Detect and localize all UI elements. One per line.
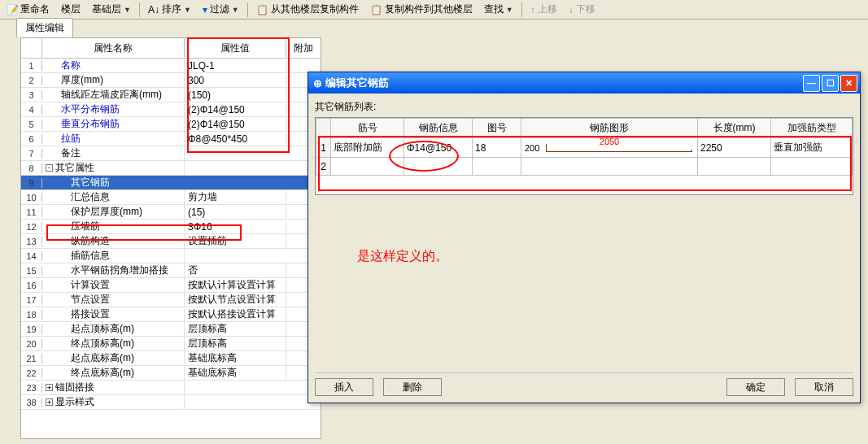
row-number: 9	[21, 178, 42, 188]
property-value[interactable]: 按默认计算设置计算	[185, 278, 286, 292]
property-value[interactable]: (150)	[185, 89, 286, 101]
property-name: 起点底标高(m)	[42, 351, 185, 365]
copyfrom-label: 从其他楼层复制构件	[271, 2, 359, 16]
property-name: 节点设置	[42, 293, 185, 307]
rename-button[interactable]: 📝重命名	[3, 1, 53, 18]
property-row-2[interactable]: 2厚度(mm)300	[21, 73, 321, 88]
property-name: 计算设置	[42, 278, 185, 292]
property-row-10[interactable]: 10汇总信息剪力墙	[21, 190, 321, 205]
find-label: 查找	[484, 2, 504, 16]
row-number: 12	[21, 222, 42, 232]
property-row-4[interactable]: 4水平分布钢筋(2)Φ14@150	[21, 102, 321, 117]
chevron-down-icon: ▼	[232, 6, 239, 14]
property-row-7[interactable]: 7备注	[21, 146, 321, 161]
minimize-button[interactable]: —	[803, 75, 820, 92]
grid-row-2[interactable]: 2	[316, 158, 853, 176]
property-value[interactable]: 否	[185, 263, 286, 277]
property-value[interactable]: 基础底标高	[185, 366, 286, 380]
find-button[interactable]: 查找▼	[481, 1, 517, 18]
property-value[interactable]: 3Φ16	[185, 221, 286, 233]
property-value[interactable]: (2)Φ14@150	[185, 119, 286, 130]
cell-diagno[interactable]: 18	[473, 138, 521, 158]
grid-row-1[interactable]: 1 底部附加筋 Φ14@150 18 200 2050 2250 垂直加强筋	[316, 138, 853, 158]
sort-label: 排序	[162, 2, 181, 16]
property-row-9[interactable]: 9其它钢筋	[21, 176, 321, 190]
list-label: 其它钢筋列表:	[315, 100, 853, 114]
basefloor-dropdown[interactable]: 基础层▼	[89, 1, 134, 18]
property-row-1[interactable]: 1名称JLQ-1	[21, 59, 321, 73]
row-number: 6	[21, 134, 42, 144]
annotation-note: 是这样定义的。	[357, 248, 448, 265]
property-row-14[interactable]: 14插筋信息	[21, 249, 321, 263]
property-value[interactable]: 剪力墙	[185, 190, 286, 204]
tab-property-edit[interactable]: 属性编辑	[16, 18, 73, 37]
property-value[interactable]: 基础底标高	[185, 351, 286, 365]
rebar-grid[interactable]: 筋号 钢筋信息 图号 钢筋图形 长度(mm) 加强筋类型 1 底部附加筋 Φ14…	[315, 117, 853, 195]
property-value[interactable]: (15)	[185, 207, 286, 218]
row-number: 7	[21, 149, 42, 159]
property-value[interactable]: 300	[185, 75, 286, 86]
property-row-11[interactable]: 11保护层厚度(mm)(15)	[21, 205, 321, 220]
copyto-button[interactable]: 📋复制构件到其他楼层	[367, 1, 476, 18]
property-value[interactable]: 按默认节点设置计算	[185, 293, 286, 307]
rebar-shape-icon	[546, 150, 692, 152]
property-row-22[interactable]: 22终点底标高(m)基础底标高	[21, 366, 321, 381]
maximize-button[interactable]: ☐	[822, 75, 839, 92]
grid-header-row: 筋号 钢筋信息 图号 钢筋图形 长度(mm) 加强筋类型	[316, 119, 853, 138]
delete-button[interactable]: 删除	[383, 378, 442, 396]
property-row-3[interactable]: 3轴线距左墙皮距离(mm)(150)	[21, 88, 321, 102]
property-row-13[interactable]: 13纵筋构造设置插筋	[21, 234, 321, 249]
cell-shape[interactable]: 200 2050	[521, 138, 698, 158]
property-row-12[interactable]: 12压墙筋3Φ16	[21, 220, 321, 234]
dialog-titlebar[interactable]: ⊕ 编辑其它钢筋 — ☐ ✕	[308, 72, 860, 94]
expand-icon[interactable]: +	[46, 398, 53, 406]
property-row-8[interactable]: 8- 其它属性	[21, 161, 321, 176]
ok-button[interactable]: 确定	[726, 378, 785, 396]
moveup-button[interactable]: ↑上移	[527, 1, 560, 18]
property-row-6[interactable]: 6拉筋Φ8@450*450	[21, 132, 321, 146]
close-button[interactable]: ✕	[840, 75, 857, 92]
collapse-icon[interactable]: -	[46, 164, 53, 172]
property-row-5[interactable]: 5垂直分布钢筋(2)Φ14@150	[21, 117, 321, 132]
property-value[interactable]: 按默认搭接设置计算	[185, 307, 286, 321]
col-info: 钢筋信息	[404, 119, 473, 138]
property-value[interactable]: 层顶标高	[185, 322, 286, 336]
col-length: 长度(mm)	[698, 119, 771, 138]
property-row-18[interactable]: 18搭接设置按默认搭接设置计算	[21, 307, 321, 322]
floor-button[interactable]: 楼层	[58, 1, 84, 18]
rename-label: 重命名	[20, 2, 50, 16]
copyfrom-button[interactable]: 📋从其他楼层复制构件	[253, 1, 362, 18]
property-row-20[interactable]: 20终点顶标高(m)层顶标高	[21, 337, 321, 351]
cell-type[interactable]: 垂直加强筋	[771, 138, 853, 158]
property-row-19[interactable]: 19起点顶标高(m)层顶标高	[21, 322, 321, 337]
property-row-16[interactable]: 16计算设置按默认计算设置计算	[21, 278, 321, 293]
filter-button[interactable]: ▾过滤▼	[199, 1, 242, 18]
property-row-23[interactable]: 23+ 锚固搭接	[21, 381, 321, 395]
cancel-button[interactable]: 取消	[795, 378, 853, 396]
property-name: 插筋信息	[42, 249, 185, 263]
movedown-button[interactable]: ↓下移	[565, 1, 599, 18]
insert-button[interactable]: 插入	[315, 378, 373, 396]
property-name: - 其它属性	[42, 161, 185, 175]
property-value[interactable]: JLQ-1	[185, 60, 286, 72]
chevron-down-icon: ▼	[506, 6, 513, 14]
dialog-button-row: 插入 删除 确定 取消	[315, 378, 853, 396]
property-name: 搭接设置	[42, 307, 185, 321]
property-value[interactable]: 层顶标高	[185, 337, 286, 350]
property-name: 拉筋	[42, 132, 185, 146]
property-row-21[interactable]: 21起点底标高(m)基础底标高	[21, 351, 321, 366]
cell-length[interactable]: 2250	[698, 138, 771, 158]
property-name: 名称	[42, 59, 185, 72]
property-row-38[interactable]: 38+ 显示样式	[21, 395, 321, 410]
row-num: 2	[316, 158, 331, 176]
property-value[interactable]: (2)Φ14@150	[185, 104, 286, 115]
expand-icon[interactable]: +	[46, 384, 53, 391]
sort-button[interactable]: A↓排序▼	[145, 1, 194, 18]
property-row-17[interactable]: 17节点设置按默认节点设置计算	[21, 293, 321, 307]
cell-info[interactable]: Φ14@150	[404, 138, 473, 158]
property-name: 保护层厚度(mm)	[42, 205, 185, 219]
property-value[interactable]: Φ8@450*450	[185, 133, 286, 145]
property-row-15[interactable]: 15水平钢筋拐角增加搭接否	[21, 263, 321, 278]
property-value[interactable]: 设置插筋	[185, 234, 286, 248]
cell-no[interactable]: 底部附加筋	[331, 138, 404, 158]
